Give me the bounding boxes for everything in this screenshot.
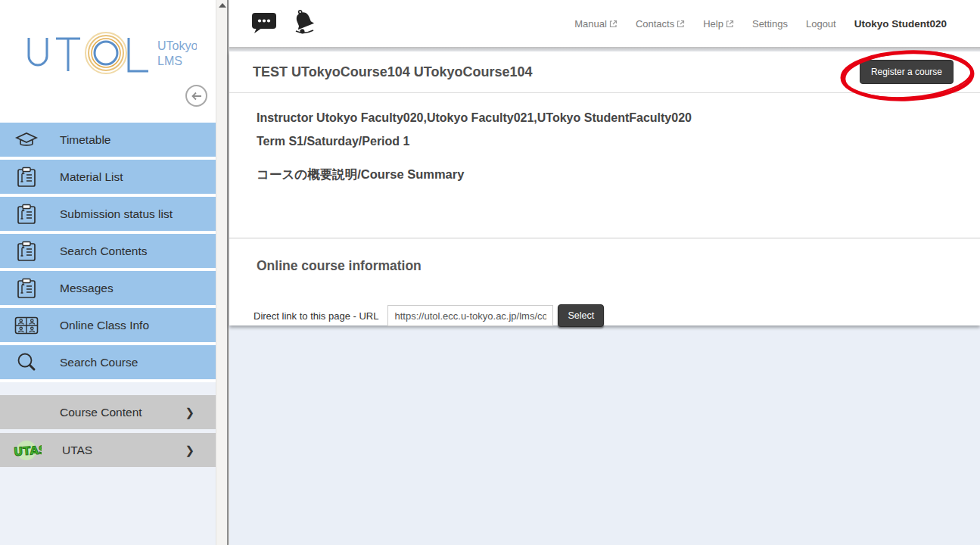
direct-link-bar: Direct link to this page - URL Select bbox=[229, 304, 980, 327]
sidebar-main-divider bbox=[227, 0, 229, 545]
sidebar-item-label: Course Content bbox=[60, 406, 142, 419]
sidebar-scrollbar[interactable] bbox=[216, 0, 227, 545]
svg-text:UTokyo: UTokyo bbox=[157, 39, 197, 52]
utas-logo-icon: UTAS bbox=[11, 439, 42, 462]
sidebar-item-timetable[interactable]: Timetable bbox=[0, 123, 216, 157]
sidebar-item-label: UTAS bbox=[62, 444, 92, 457]
external-link-icon bbox=[677, 20, 685, 28]
top-bar: Manual Contacts Help Settings Logout Uto… bbox=[229, 0, 980, 47]
manual-link[interactable]: Manual bbox=[574, 18, 618, 30]
course-summary-heading: コースの概要説明/Course Summary bbox=[257, 167, 953, 183]
sidebar-collapse-button[interactable] bbox=[185, 85, 207, 107]
utol-logo-graphic: UTokyo LMS bbox=[23, 29, 197, 82]
sidebar-gap bbox=[0, 382, 216, 395]
sidebar: UTokyo LMS Timetable Material List Submi… bbox=[0, 0, 216, 545]
topbar-icons bbox=[250, 9, 319, 38]
sidebar-item-label: Timetable bbox=[60, 133, 110, 147]
sidebar-item-messages[interactable]: Messages bbox=[0, 271, 216, 305]
arrow-left-icon bbox=[191, 92, 203, 101]
utol-logo[interactable]: UTokyo LMS bbox=[23, 29, 197, 82]
username-label: Utokyo Student020 bbox=[854, 18, 947, 30]
clipboard-icon bbox=[14, 167, 39, 188]
contacts-link[interactable]: Contacts bbox=[636, 18, 685, 30]
help-link[interactable]: Help bbox=[703, 18, 734, 30]
help-link-label: Help bbox=[703, 18, 723, 30]
course-info-section: Instructor Utokyo Faculty020,Utokyo Facu… bbox=[229, 93, 980, 238]
clipboard-icon bbox=[14, 204, 39, 225]
messages-chat-icon[interactable] bbox=[250, 10, 278, 37]
manual-link-label: Manual bbox=[574, 18, 607, 30]
sidebar-item-label: Online Class Info bbox=[60, 319, 149, 332]
sidebar-item-online-class-info[interactable]: Online Class Info bbox=[0, 308, 216, 342]
sidebar-item-utas[interactable]: UTAS UTAS ❯ bbox=[0, 433, 216, 467]
search-icon bbox=[14, 352, 39, 373]
sidebar-menu: Timetable Material List Submission statu… bbox=[0, 123, 216, 471]
select-button[interactable]: Select bbox=[558, 304, 604, 327]
svg-text:UTAS: UTAS bbox=[13, 443, 42, 459]
clipboard-icon bbox=[14, 278, 39, 299]
main-area: Manual Contacts Help Settings Logout Uto… bbox=[229, 0, 980, 545]
term-line: Term S1/Saturday/Period 1 bbox=[257, 135, 953, 148]
chevron-right-icon: ❯ bbox=[185, 406, 194, 419]
sidebar-item-label: Material List bbox=[60, 170, 123, 184]
direct-link-label: Direct link to this page - URL bbox=[254, 310, 378, 322]
external-link-icon bbox=[726, 20, 734, 28]
register-course-button[interactable]: Register a course bbox=[860, 60, 954, 84]
instructor-line: Instructor Utokyo Faculty020,Utokyo Facu… bbox=[257, 111, 953, 125]
sidebar-item-label: Submission status list bbox=[60, 207, 173, 221]
page-title: TEST UTokyoCourse104 UTokyoCourse104 bbox=[253, 64, 532, 80]
online-course-heading: Online course information bbox=[257, 258, 953, 274]
sidebar-item-submission-status-list[interactable]: Submission status list bbox=[0, 197, 216, 231]
course-panel: TEST UTokyoCourse104 UTokyoCourse104 Reg… bbox=[229, 51, 980, 325]
sidebar-item-label: Search Contents bbox=[60, 244, 147, 258]
settings-link[interactable]: Settings bbox=[752, 18, 788, 30]
contacts-link-label: Contacts bbox=[636, 18, 674, 30]
direct-link-url-input[interactable] bbox=[387, 305, 553, 326]
topbar-links: Manual Contacts Help Settings Logout Uto… bbox=[574, 18, 947, 30]
logout-link[interactable]: Logout bbox=[806, 18, 836, 30]
online-course-section: Online course information bbox=[229, 238, 980, 274]
sidebar-item-label: Messages bbox=[60, 282, 114, 295]
course-panel-header: TEST UTokyoCourse104 UTokyoCourse104 Reg… bbox=[229, 51, 980, 93]
sidebar-item-material-list[interactable]: Material List bbox=[0, 160, 216, 194]
sidebar-item-label: Search Course bbox=[60, 356, 138, 369]
clipboard-icon bbox=[14, 241, 39, 262]
graduation-cap-icon bbox=[14, 131, 39, 149]
svg-text:LMS: LMS bbox=[157, 54, 182, 67]
sidebar-item-search-contents[interactable]: Search Contents bbox=[0, 234, 216, 268]
external-link-icon bbox=[609, 20, 618, 28]
notification-bell-icon[interactable] bbox=[290, 9, 319, 38]
scrollbar-up-arrow[interactable] bbox=[219, 3, 226, 8]
sidebar-item-course-content[interactable]: Course Content ❯ bbox=[0, 395, 216, 429]
sidebar-item-search-course[interactable]: Search Course bbox=[0, 345, 216, 379]
people-grid-icon bbox=[14, 316, 39, 335]
chevron-right-icon: ❯ bbox=[185, 444, 194, 457]
